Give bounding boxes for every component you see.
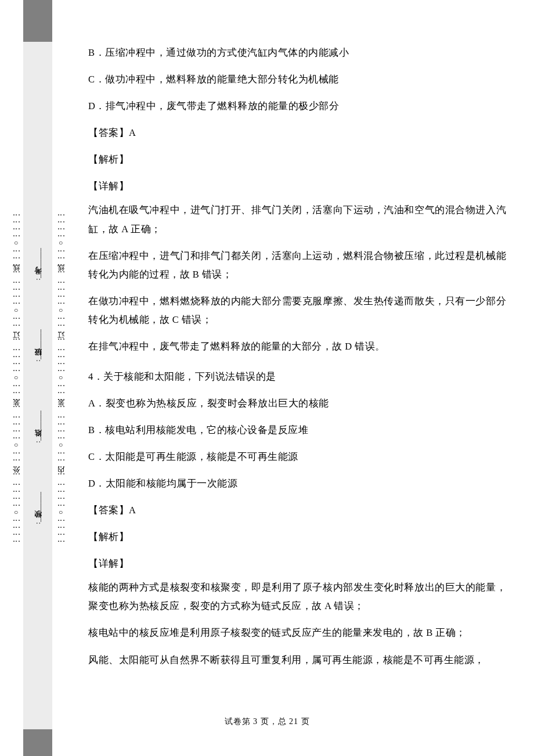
explanation-p7: 风能、太阳能可从自然界不断获得且可重复利用，属可再生能源，核能是不可再生能源，	[88, 651, 506, 669]
binding-marks-inner: ⋮⋮⋮⋮○⋮⋮⋮⋮ 内 ⋮⋮⋮⋮○⋮⋮⋮⋮ 装 ⋮⋮⋮⋮○⋮⋮⋮⋮ 订 ⋮⋮⋮⋮…	[55, 0, 67, 756]
explanation-p2: 在压缩冲程中，进气门和排气门都关闭，活塞向上运动，燃料混合物被压缩，此过程是机械…	[88, 247, 506, 284]
q4-option-b: B．核电站利用核能发电，它的核心设备是反应堆	[88, 418, 506, 442]
detail-heading-1: 【详解】	[88, 174, 506, 199]
option-d: D．排气冲程中，废气带走了燃料释放的能量的极少部分	[88, 94, 506, 118]
explanation-p1: 汽油机在吸气冲程中，进气门打开、排气门关闭，活塞向下运动，汽油和空气的混合物进入…	[88, 201, 506, 238]
q4-option-c: C．太阳能是可再生能源，核能是不可再生能源	[88, 445, 506, 469]
gutter-cap-bottom	[23, 729, 52, 756]
page-footer: 试卷第 3 页，总 21 页	[0, 717, 534, 727]
question-4: 4．关于核能和太阳能，下列说法错误的是	[88, 365, 506, 389]
answer-1-label: 【答案】	[88, 127, 129, 138]
field-class[interactable]: 班级:________	[33, 329, 43, 362]
detail-heading-2: 【详解】	[88, 552, 506, 576]
explanation-p5: 核能的两种方式是核裂变和核聚变，即是利用了原子核内部发生变化时释放出的巨大的能量…	[88, 578, 506, 615]
field-exam[interactable]: 考号:________	[33, 248, 43, 280]
field-school[interactable]: 学校:________	[33, 492, 43, 524]
binding-marks-outer: ⋮⋮⋮⋮○⋮⋮⋮⋮ 外 ⋮⋮⋮⋮○⋮⋮⋮⋮ 装 ⋮⋮⋮⋮○⋮⋮⋮⋮ 订 ⋮⋮⋮⋮…	[10, 0, 22, 756]
field-name[interactable]: 姓名:________	[33, 411, 43, 443]
q4-option-d: D．太阳能和核能均属于一次能源	[88, 471, 506, 496]
answer-1-value: A	[129, 127, 136, 138]
binding-marks-inner-text: ⋮⋮⋮⋮○⋮⋮⋮⋮ 内 ⋮⋮⋮⋮○⋮⋮⋮⋮ 装 ⋮⋮⋮⋮○⋮⋮⋮⋮ 订 ⋮⋮⋮⋮…	[57, 211, 64, 545]
answer-2-label: 【答案】	[88, 505, 129, 516]
binding-marks-outer-text: ⋮⋮⋮⋮○⋮⋮⋮⋮ 外 ⋮⋮⋮⋮○⋮⋮⋮⋮ 装 ⋮⋮⋮⋮○⋮⋮⋮⋮ 订 ⋮⋮⋮⋮…	[13, 211, 20, 545]
explanation-p6: 核电站中的核反应堆是利用原子核裂变的链式反应产生的能量来发电的，故 B 正确；	[88, 624, 506, 642]
gutter-cap-top	[23, 0, 52, 42]
answer-2-value: A	[129, 505, 136, 516]
analysis-heading-2: 【解析】	[88, 525, 506, 549]
answer-1: 【答案】A	[88, 121, 506, 145]
option-c: C．做功冲程中，燃料释放的能量绝大部分转化为机械能	[88, 67, 506, 92]
answer-2: 【答案】A	[88, 498, 506, 523]
analysis-heading-1: 【解析】	[88, 147, 506, 172]
page-content: B．压缩冲程中，通过做功的方式使汽缸内气体的内能减小 C．做功冲程中，燃料释放的…	[88, 41, 506, 739]
explanation-p3: 在做功冲程中，燃料燃烧释放的内能大部分需要克服摩擦、发生热传递而散失，只有一少部…	[88, 292, 506, 329]
q4-option-a: A．裂变也称为热核反应，裂变时会释放出巨大的核能	[88, 391, 506, 416]
explanation-p4: 在排气冲程中，废气带走了燃料释放的能量的大部分，故 D 错误。	[88, 337, 506, 356]
form-strip: 学校:________ 姓名:________ 班级:________ 考号:_…	[32, 224, 44, 549]
option-b: B．压缩冲程中，通过做功的方式使汽缸内气体的内能减小	[88, 41, 506, 65]
